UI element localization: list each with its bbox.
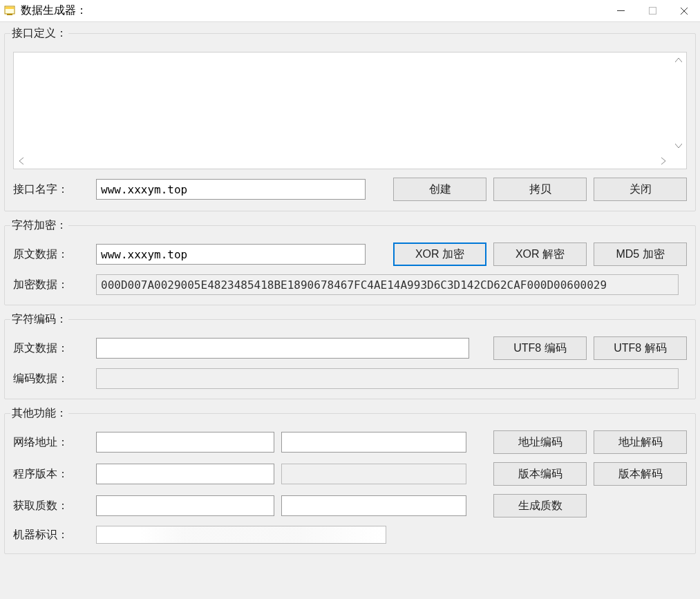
xor-encrypt-button[interactable]: XOR 加密 — [393, 243, 486, 266]
version-input-1[interactable] — [96, 464, 274, 484]
scroll-right-button[interactable] — [656, 153, 671, 169]
xor-decrypt-button[interactable]: XOR 解密 — [493, 243, 587, 266]
other-functions-group: 其他功能： 网络地址： 地址编码 地址解码 程序版本： 版本编码 版本解码 获取… — [4, 406, 696, 554]
version-decode-button[interactable]: 版本解码 — [594, 462, 687, 486]
prime-input-1[interactable] — [96, 495, 274, 516]
window-controls — [605, 0, 700, 22]
addr-encode-button[interactable]: 地址编码 — [493, 430, 587, 454]
net-addr-label: 网络地址： — [13, 435, 89, 450]
gen-prime-button[interactable]: 生成质数 — [493, 494, 587, 517]
close-button[interactable] — [668, 0, 700, 22]
app-icon — [4, 6, 17, 17]
interface-definition-legend: 接口定义： — [10, 26, 68, 41]
scroll-down-button[interactable] — [671, 138, 686, 153]
encrypt-cipher-label: 加密数据： — [13, 278, 89, 292]
encode-plain-label: 原文数据： — [13, 341, 89, 356]
encrypt-plain-input[interactable] — [96, 244, 366, 265]
svg-rect-1 — [6, 7, 14, 9]
encrypt-cipher-output[interactable] — [96, 274, 679, 295]
version-label: 程序版本： — [13, 467, 89, 482]
svg-rect-4 — [649, 8, 656, 15]
machine-id-label: 机器标识： — [13, 528, 89, 542]
utf8-decode-button[interactable]: UTF8 解码 — [594, 336, 687, 360]
interface-definition-textarea[interactable] — [14, 53, 671, 153]
md5-encrypt-button[interactable]: MD5 加密 — [594, 243, 687, 266]
utf8-encode-button[interactable]: UTF8 编码 — [493, 336, 587, 360]
encode-output-label: 编码数据： — [13, 372, 89, 386]
encode-output[interactable] — [96, 368, 679, 389]
char-encrypt-group: 字符加密： 原文数据： XOR 加密 XOR 解密 MD5 加密 加密数据： — [4, 218, 696, 305]
net-addr-input-1[interactable] — [96, 432, 274, 453]
svg-rect-2 — [7, 14, 12, 15]
net-addr-input-2[interactable] — [281, 432, 466, 453]
interface-definition-group: 接口定义： 接口名字： 创建 拷贝 关闭 — [4, 26, 696, 211]
scroll-left-button[interactable] — [14, 153, 29, 169]
interface-name-input[interactable] — [96, 179, 366, 200]
minimize-button[interactable] — [605, 0, 636, 22]
titlebar: 数据生成器： — [0, 0, 700, 22]
copy-button[interactable]: 拷贝 — [493, 178, 587, 201]
encrypt-plain-label: 原文数据： — [13, 247, 89, 262]
version-input-2[interactable] — [281, 464, 466, 484]
char-encode-legend: 字符编码： — [10, 312, 68, 327]
char-encode-group: 字符编码： 原文数据： UTF8 编码 UTF8 解码 编码数据： — [4, 312, 696, 399]
scroll-up-button[interactable] — [671, 53, 686, 68]
char-encrypt-legend: 字符加密： — [10, 218, 68, 233]
prime-input-2[interactable] — [281, 495, 466, 516]
prime-label: 获取质数： — [13, 499, 89, 513]
interface-name-label: 接口名字： — [13, 182, 89, 197]
maximize-button[interactable] — [636, 0, 668, 22]
machine-id-output — [96, 526, 386, 544]
encode-plain-input[interactable] — [96, 338, 469, 359]
create-button[interactable]: 创建 — [393, 178, 486, 201]
close-interface-button[interactable]: 关闭 — [594, 178, 687, 201]
window-title: 数据生成器： — [21, 3, 87, 18]
addr-decode-button[interactable]: 地址解码 — [594, 430, 687, 454]
hscroll-track[interactable] — [29, 153, 656, 169]
interface-definition-textarea-wrap — [13, 52, 687, 169]
version-encode-button[interactable]: 版本编码 — [493, 462, 587, 486]
other-functions-legend: 其他功能： — [10, 406, 68, 421]
